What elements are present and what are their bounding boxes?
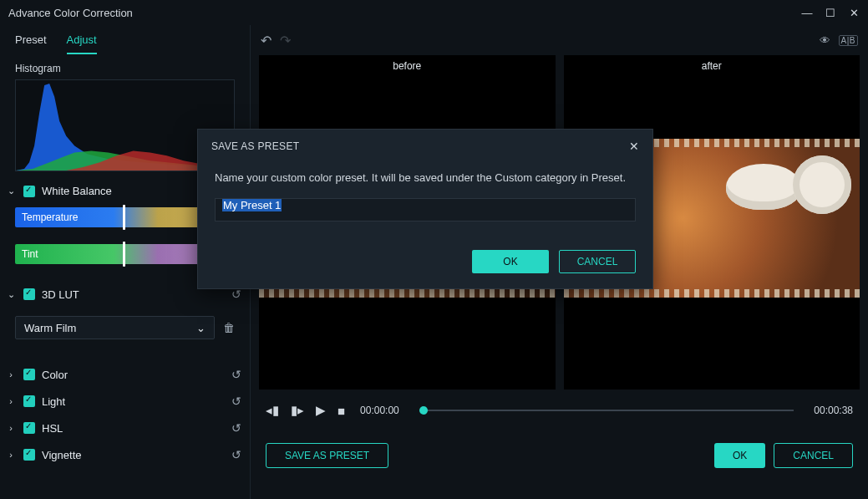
vignette-label: Vignette [42, 449, 225, 461]
stop-button[interactable]: ■ [338, 404, 345, 418]
redo-button[interactable]: ↷ [280, 33, 291, 48]
hsl-label: HSL [42, 422, 225, 435]
dialog-message: Name your custom color preset. It will b… [215, 170, 636, 186]
chevron-down-icon: ⌄ [196, 322, 206, 334]
reset-icon[interactable]: ↺ [231, 421, 241, 435]
lut-label: 3D LUT [42, 288, 225, 301]
ok-button[interactable]: OK [714, 443, 765, 468]
tab-adjust[interactable]: Adjust [67, 33, 97, 54]
chevron-down-icon[interactable]: ⌄ [5, 186, 17, 196]
light-label: Light [42, 395, 225, 408]
cancel-button[interactable]: CANCEL [774, 443, 853, 468]
total-time: 00:00:38 [814, 405, 853, 416]
trash-icon[interactable]: 🗑 [223, 321, 235, 334]
reset-icon[interactable]: ↺ [231, 288, 241, 301]
close-window-button[interactable]: ✕ [848, 7, 860, 18]
playhead[interactable] [419, 406, 428, 415]
play-button[interactable]: ▶ [316, 403, 326, 418]
save-preset-dialog: SAVE AS PRESET ✕ Name your custom color … [197, 129, 653, 289]
white-balance-checkbox[interactable] [23, 186, 35, 197]
save-as-preset-button[interactable]: SAVE AS PRESET [266, 443, 388, 468]
temperature-label: Temperature [22, 211, 78, 223]
timeline-track[interactable] [419, 410, 794, 411]
after-label: after [702, 60, 722, 72]
skip-back-button[interactable]: ◂▮ [266, 403, 279, 418]
tint-handle[interactable] [123, 242, 125, 267]
lut-selected-value: Warm Film [24, 322, 76, 334]
step-forward-button[interactable]: ▮▸ [291, 403, 304, 418]
reset-icon[interactable]: ↺ [231, 368, 241, 381]
dialog-title: SAVE AS PRESET [211, 140, 629, 152]
maximize-button[interactable]: ☐ [825, 7, 836, 18]
tab-preset[interactable]: Preset [15, 33, 47, 54]
chevron-right-icon[interactable]: › [5, 396, 17, 406]
window-title: Advance Color Correction [8, 7, 801, 19]
chevron-down-icon[interactable]: ⌄ [5, 289, 17, 300]
tint-label: Tint [22, 248, 38, 260]
lut-select[interactable]: Warm Film ⌄ [15, 316, 215, 339]
color-label: Color [42, 369, 225, 381]
chevron-right-icon[interactable]: › [5, 423, 17, 433]
reset-icon[interactable]: ↺ [231, 448, 241, 461]
vignette-checkbox[interactable] [23, 449, 35, 461]
chevron-right-icon[interactable]: › [5, 450, 17, 460]
undo-button[interactable]: ↶ [261, 33, 272, 48]
dialog-cancel-button[interactable]: CANCEL [559, 250, 636, 273]
compare-ab-button[interactable]: A|B [839, 35, 858, 46]
chevron-right-icon[interactable]: › [5, 369, 17, 379]
before-label: before [393, 60, 421, 72]
preset-name-value: My Preset 1 [222, 199, 282, 211]
light-checkbox[interactable] [23, 395, 35, 407]
dialog-ok-button[interactable]: OK [472, 250, 549, 273]
reset-icon[interactable]: ↺ [231, 395, 241, 408]
close-icon[interactable]: ✕ [629, 140, 639, 153]
color-checkbox[interactable] [23, 369, 35, 380]
hsl-checkbox[interactable] [23, 422, 35, 434]
current-time: 00:00:00 [360, 405, 399, 416]
lut-checkbox[interactable] [23, 288, 35, 300]
temperature-handle[interactable] [123, 205, 125, 230]
eye-icon[interactable]: 👁 [820, 34, 830, 47]
histogram-label: Histogram [0, 54, 250, 78]
minimize-button[interactable]: — [801, 7, 813, 18]
preset-name-input[interactable]: My Preset 1 [215, 198, 636, 221]
